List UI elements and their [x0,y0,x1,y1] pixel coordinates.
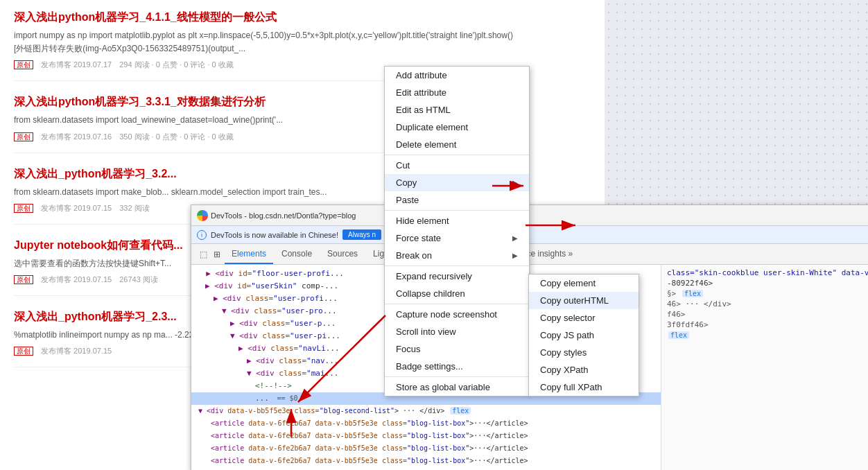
menu-duplicate-label: Duplicate element [396,122,468,132]
menu-focus[interactable]: Focus [385,340,529,358]
menu-badge-label: Badge settings... [396,361,463,372]
element-line-article-2[interactable]: <article data-v-6fe2b6a7 data-v-bb5f5e3e… [191,430,661,442]
copy-arrow-icon: ▶ [512,179,518,186]
post-tag-5: 原创 [14,347,33,356]
menu-break-on[interactable]: Break on ▶ [385,247,529,264]
submenu-copy-selector[interactable]: Copy selector [529,309,639,327]
menu-break-on-label: Break on [396,250,432,261]
tab-sources[interactable]: Sources [320,245,365,264]
prop-line-3: §> flex [664,288,867,299]
menu-scroll-label: Scroll into view [396,327,456,337]
submenu-copy-full-xpath-label: Copy full XPath [540,382,602,392]
menu-delete[interactable]: Delete element [385,136,529,153]
menu-badge[interactable]: Badge settings... [385,358,529,375]
submenu-copy-outer-html[interactable]: Copy outerHTML [529,292,639,309]
menu-capture-label: Capture node screenshot [396,309,497,320]
post-stats-1: 294 阅读 · 0 点赞 · 0 评论 · 0 收藏 [119,60,233,69]
prop-line-6: 3f0fdf46> [664,320,867,330]
break-on-arrow-icon: ▶ [512,252,518,259]
menu-edit-attribute-label: Edit attribute [396,87,446,98]
post-stats-2: 350 阅读 · 0 点赞 · 0 评论 · 0 收藏 [119,132,233,141]
context-menu: Add attribute Edit attribute Edit as HTM… [384,66,530,397]
menu-paste-label: Paste [396,195,419,205]
post-date-2: 发布博客 2019.07.16 [41,132,112,141]
devtools-tabs-bar: ⬚ ⊞ Elements Console Sources Lighthouse … [191,244,868,265]
menu-store-global-label: Store as global variable [396,382,490,392]
force-state-arrow-icon: ▶ [512,234,518,242]
menu-paste[interactable]: Paste [385,191,529,209]
prop-line-2: -80922f46> [664,278,867,288]
post-title-1[interactable]: 深入浅出python机器学习_4.1.1_线性模型的一般公式 [14,10,513,25]
menu-divider-1 [385,155,529,155]
devtools-info-text: DevTools is now available in Chinese! [211,231,338,239]
menu-copy[interactable]: Copy ▶ [385,174,529,191]
submenu-copy-js-path[interactable]: Copy JS path [529,327,639,344]
submenu-copy-full-xpath[interactable]: Copy full XPath [529,378,639,396]
menu-expand-label: Expand recursively [396,271,472,281]
post-tag-4: 原创 [14,275,33,284]
menu-hide[interactable]: Hide element [385,212,529,229]
menu-add-attribute[interactable]: Add attribute [385,67,529,84]
submenu-copy-outer-html-label: Copy outerHTML [540,295,609,306]
devtools-toolbar: DevTools - blog.csdn.net/Dontla?type=blo… [191,205,868,226]
menu-store-global[interactable]: Store as global variable [385,378,529,396]
properties-panel: class="skin-cookblue user-skin-White" da… [661,265,868,470]
submenu-copy-selector-label: Copy selector [540,313,595,323]
post-date-4: 发布博客 2019.07.15 [41,275,112,284]
menu-edit-html[interactable]: Edit as HTML [385,101,529,119]
menu-cut[interactable]: Cut [385,157,529,174]
devtools-url: DevTools - blog.csdn.net/Dontla?type=blo… [211,211,864,220]
info-icon: i [197,230,207,240]
post-date-3: 发布博客 2019.07.15 [41,204,112,212]
tab-elements[interactable]: Elements [225,245,273,264]
menu-scroll[interactable]: Scroll into view [385,323,529,340]
prop-line-5: f46> [664,309,867,320]
element-line-div[interactable]: ▼ <div data-v-bb5f5e3e class="blog-secon… [191,405,661,417]
menu-collapse-label: Collapse children [396,288,465,299]
post-date-5: 发布博客 2019.07.15 [41,347,112,355]
menu-duplicate[interactable]: Duplicate element [385,119,529,136]
menu-focus-label: Focus [396,344,420,354]
submenu-copy-element-label: Copy element [540,278,596,288]
menu-divider-5 [385,376,529,377]
menu-edit-attribute[interactable]: Edit attribute [385,84,529,101]
chrome-icon [197,210,208,221]
menu-force-state-label: Force state [396,233,441,243]
prop-line-7: flex [664,330,867,340]
post-date-1: 发布博客 2019.07.17 [41,60,112,69]
submenu-copy-xpath[interactable]: Copy XPath [529,361,639,378]
menu-edit-html-label: Edit as HTML [396,105,451,115]
menu-divider-2 [385,210,529,211]
post-stats-3: 332 阅读 [119,204,149,212]
menu-collapse[interactable]: Collapse children [385,285,529,302]
menu-divider-3 [385,266,529,266]
cursor-icon[interactable]: ⬚ [197,248,209,261]
element-line-article-3[interactable]: <article data-v-6fe2b6a7 data-v-bb5f5e3e… [191,442,661,455]
menu-cut-label: Cut [396,160,410,171]
menu-add-attribute-label: Add attribute [396,70,447,80]
submenu-copy-js-path-label: Copy JS path [540,330,594,340]
copy-submenu: Copy element Copy outerHTML Copy selecto… [528,274,639,397]
prop-line-1: class="skin-cookblue user-skin-White" da… [664,268,867,278]
device-icon[interactable]: ⊞ [211,248,223,261]
element-line-article-4[interactable]: <article data-v-6fe2b6a7 data-v-bb5f5e3e… [191,455,661,467]
post-stats-4: 26743 阅读 [119,275,158,284]
element-line-article-1[interactable]: <article data-v-6fe2b6a7 data-v-bb5f5e3e… [191,417,661,430]
menu-divider-4 [385,304,529,304]
post-tag-3: 原创 [14,204,33,213]
menu-copy-label: Copy [396,177,417,188]
prop-line-4: 46> ··· </div> [664,299,867,309]
menu-expand[interactable]: Expand recursively [385,268,529,285]
always-button[interactable]: Always n [342,229,381,240]
submenu-copy-styles-label: Copy styles [540,347,587,358]
menu-capture[interactable]: Capture node screenshot [385,306,529,323]
submenu-copy-element[interactable]: Copy element [529,275,639,292]
menu-force-state[interactable]: Force state ▶ [385,229,529,247]
post-code-1: import numpy as np import matplotlib.pyp… [14,29,513,55]
devtools-info-bar: i DevTools is now available in Chinese! … [191,226,868,244]
submenu-copy-xpath-label: Copy XPath [540,365,588,375]
tab-console[interactable]: Console [275,245,319,264]
submenu-copy-styles[interactable]: Copy styles [529,344,639,361]
post-tag-1: 原创 [14,60,33,69]
menu-delete-label: Delete element [396,139,456,150]
